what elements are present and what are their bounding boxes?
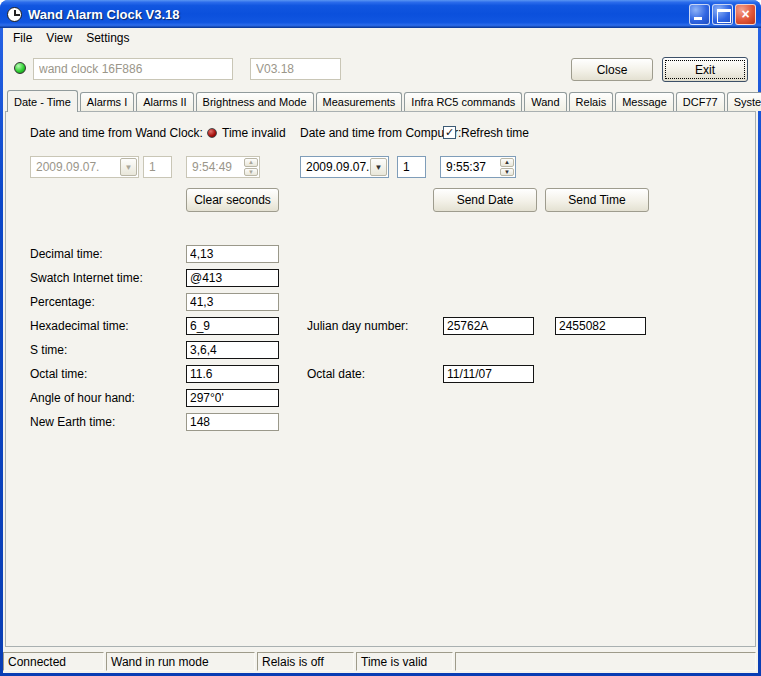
refresh-time-label: Refresh time (461, 126, 529, 140)
status-panel-time-valid: Time is valid (356, 652, 453, 671)
computer-time-value: 9:55:37 (441, 157, 500, 177)
chevron-down-icon[interactable]: ▼ (370, 158, 387, 176)
julian-day-label: Julian day number: (307, 319, 408, 333)
hexadecimal-time-label: Hexadecimal time: (30, 319, 129, 333)
hexadecimal-time-field[interactable] (186, 317, 279, 335)
menu-item-settings[interactable]: Settings (79, 29, 136, 47)
tab-infra-rc5-commands[interactable]: Infra RC5 commands (404, 92, 522, 111)
wand-section-label: Date and time from Wand Clock: (30, 126, 203, 140)
decimal-time-label: Decimal time: (30, 247, 103, 261)
clear-seconds-button[interactable]: Clear seconds (186, 188, 279, 212)
client-area: File View Settings Close Exit Date - Tim… (3, 28, 758, 673)
julian-day-decimal-field[interactable] (555, 317, 646, 335)
status-panel-empty (455, 652, 756, 671)
s-time-label: S time: (30, 343, 67, 357)
octal-date-label: Octal date: (307, 367, 365, 381)
refresh-time-checkbox[interactable]: ✓ (443, 126, 456, 139)
check-icon: ✓ (445, 127, 454, 138)
connection-led-icon (14, 62, 26, 74)
titlebar: Wand Alarm Clock V3.18 × (0, 0, 761, 28)
window-title: Wand Alarm Clock V3.18 (28, 7, 689, 22)
tab-brightness-and-mode[interactable]: Brightness and Mode (196, 92, 314, 111)
tab-date-time[interactable]: Date - Time (7, 90, 78, 112)
menubar: File View Settings (3, 28, 758, 48)
tab-dcf77[interactable]: DCF77 (676, 92, 725, 111)
computer-date-combo[interactable]: 2009.09.07. ▼ (300, 156, 389, 178)
maximize-button[interactable] (712, 4, 733, 25)
menu-item-view[interactable]: View (39, 29, 79, 47)
tab-system[interactable]: System (727, 92, 761, 111)
time-invalid-label: Time invalid (222, 126, 286, 140)
decimal-time-field[interactable] (186, 245, 279, 263)
close-button[interactable]: Close (571, 58, 653, 81)
octal-date-field[interactable] (443, 365, 534, 383)
statusbar: Connected Wand in run mode Relais is off… (3, 650, 758, 673)
wand-date-combo: 2009.09.07. ▼ (30, 156, 139, 178)
menu-item-file[interactable]: File (6, 29, 39, 47)
percentage-label: Percentage: (30, 295, 95, 309)
titlebar-close-button[interactable]: × (735, 4, 756, 25)
chevron-down-icon: ▼ (120, 158, 137, 176)
spin-down-icon: ▼ (244, 168, 258, 177)
status-panel-relais: Relais is off (257, 652, 354, 671)
time-invalid-led-icon (207, 128, 217, 138)
octal-time-field[interactable] (186, 365, 279, 383)
device-name-field (33, 58, 233, 80)
octal-time-label: Octal time: (30, 367, 87, 381)
send-time-button[interactable]: Send Time (545, 188, 649, 212)
wand-time-spin-buttons: ▲ ▼ (244, 157, 259, 177)
wand-day-field (143, 156, 172, 178)
new-earth-time-field[interactable] (186, 413, 279, 431)
percentage-field[interactable] (186, 293, 279, 311)
tab-bar: Date - Time Alarms I Alarms II Brightnes… (7, 90, 761, 112)
send-date-button[interactable]: Send Date (433, 188, 537, 212)
angle-of-hour-hand-field[interactable] (186, 389, 279, 407)
tab-wand[interactable]: Wand (524, 92, 566, 111)
minimize-button[interactable] (689, 4, 710, 25)
titlebar-buttons: × (689, 4, 756, 25)
tab-alarms-i[interactable]: Alarms I (80, 92, 134, 111)
tab-relais[interactable]: Relais (569, 92, 614, 111)
spin-down-icon[interactable]: ▼ (500, 168, 514, 177)
firmware-version-field (250, 58, 341, 80)
spin-up-icon: ▲ (244, 158, 258, 167)
new-earth-time-label: New Earth time: (30, 415, 115, 429)
tab-alarms-ii[interactable]: Alarms II (136, 92, 193, 111)
swatch-internet-time-label: Swatch Internet time: (30, 271, 143, 285)
wand-time-spinner: 9:54:49 ▲ ▼ (186, 156, 260, 178)
computer-section-label: Date and time from Computer: (300, 126, 461, 140)
computer-time-spinner[interactable]: 9:55:37 ▲ ▼ (440, 156, 516, 178)
status-panel-connected: Connected (3, 652, 104, 671)
tab-measurements[interactable]: Measurements (316, 92, 403, 111)
computer-time-spin-buttons: ▲ ▼ (500, 157, 515, 177)
status-panel-run-mode: Wand in run mode (106, 652, 255, 671)
tab-message[interactable]: Message (615, 92, 674, 111)
exit-button[interactable]: Exit (662, 57, 748, 82)
julian-day-hex-field[interactable] (443, 317, 534, 335)
clock-icon (7, 7, 22, 22)
swatch-internet-time-field[interactable] (186, 269, 279, 287)
spin-up-icon[interactable]: ▲ (500, 158, 514, 167)
s-time-field[interactable] (186, 341, 279, 359)
angle-of-hour-hand-label: Angle of hour hand: (30, 391, 135, 405)
wand-date-value: 2009.09.07. (31, 157, 119, 177)
wand-time-value: 9:54:49 (187, 157, 244, 177)
app-window: Wand Alarm Clock V3.18 × File View Setti… (0, 0, 761, 676)
computer-date-value: 2009.09.07. (301, 157, 369, 177)
computer-day-field[interactable] (397, 156, 426, 178)
